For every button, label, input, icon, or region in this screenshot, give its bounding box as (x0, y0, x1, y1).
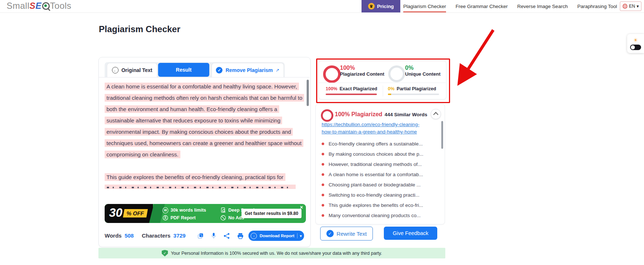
partial-label: Partial Plagiarized (397, 86, 436, 91)
partial-progress-bar (388, 94, 439, 95)
bullet-dot-icon (322, 173, 324, 176)
close-icon[interactable]: × (300, 204, 303, 210)
bullet-dot-icon (322, 214, 324, 217)
match-item[interactable]: This guide explores the benefits of eco-… (322, 200, 435, 210)
feature-words-limit: W 30k words limits (162, 207, 220, 213)
results-scrollbar-thumb[interactable] (441, 121, 443, 149)
site-logo[interactable]: SmallSETools (7, 1, 71, 11)
unique-donut-icon (388, 65, 405, 82)
words-label: Words (105, 232, 121, 239)
sun-icon: ☀ (633, 37, 638, 43)
matched-sentences-list: Eco-friendly cleaning offers a sustainab… (322, 139, 435, 220)
plagiarism-checker-page: SmallSETools ♛ Pricing Plagiarism Checke… (0, 0, 644, 265)
chevron-down-icon: ▾ (637, 4, 639, 9)
promo-banner[interactable]: 30 % OFF W 30k words limits Deep Search (105, 204, 306, 223)
language-code: EN (629, 4, 635, 9)
nav-links: Plagiarism Checker Free Grammar Checker … (403, 0, 639, 12)
language-selector[interactable]: EN ▾ (620, 1, 641, 11)
highlighted-text-line: traditional cleaning methods often rely … (105, 94, 306, 102)
clipped-text-line (105, 185, 306, 189)
match-item[interactable]: Eco-friendly cleaning offers a sustainab… (322, 139, 435, 149)
rewrite-text-label: Rewrite Text (337, 231, 367, 237)
nav-item-paraphrasing-tool[interactable]: Paraphrasing Tool (577, 0, 617, 12)
deep-search-icon (220, 207, 226, 213)
plagiarized-donut-icon (321, 109, 333, 122)
similar-results-card: 100% Plagiarized 444 Similar Words https… (315, 104, 445, 224)
words-limit-icon: W (162, 207, 168, 213)
bullet-dot-icon (322, 194, 324, 196)
share-icon[interactable] (224, 233, 230, 239)
match-item[interactable]: A clean home is essential for a comforta… (322, 169, 435, 179)
tab-result-label: Result (176, 67, 192, 73)
chevron-up-icon (433, 112, 438, 117)
source-url-link[interactable]: https://techbullion.com/eco-friendly-cle… (322, 121, 430, 136)
page-title: Plagiarism Checker (99, 24, 180, 34)
bullet-dot-icon (322, 143, 324, 145)
crown-icon: ♛ (368, 3, 375, 10)
match-item[interactable]: Switching to eco-friendly cleaning pract… (322, 190, 435, 200)
download-report-button[interactable]: ↓ Download Report ▾ (248, 231, 304, 241)
match-item[interactable]: However, traditional cleaning methods of… (322, 159, 435, 169)
editor-scrollbar-thumb[interactable] (307, 80, 309, 106)
highlighted-text-line: environmental impact. By making consciou… (105, 128, 306, 136)
tab-remove-plagiarism[interactable]: ✓ Remove Plagiarism ↗ (211, 63, 284, 77)
partial-percent: 0% (388, 86, 394, 91)
unique-percent: 0% (405, 65, 441, 71)
tab-original-label: Original Text (121, 67, 153, 73)
bullet-dot-icon (322, 204, 324, 207)
logo-letter-e: E (35, 1, 42, 11)
pdf-report-icon (162, 215, 168, 221)
shield-check-icon: ✓ (162, 250, 168, 257)
tab-original-text[interactable]: ← Original Text (107, 63, 157, 77)
promo-cta-button[interactable]: Get faster results in $9.80 (242, 209, 302, 218)
highlighted-text-line: This guide explores the benefits of eco-… (105, 173, 306, 181)
exact-label: Exact Plagiarized (340, 86, 377, 91)
unique-label: Unique Content (405, 71, 441, 77)
match-item[interactable]: Many conventional cleaning products co..… (322, 210, 435, 220)
privacy-notice-bar: ✓ Your Personal Information is 100% secu… (98, 248, 445, 258)
privacy-notice-text: Your Personal Information is 100% secure… (171, 251, 382, 256)
pricing-label: Pricing (377, 4, 394, 9)
globe-icon (622, 4, 628, 9)
bullet-dot-icon (322, 183, 324, 186)
check-circle-icon: ✓ (326, 230, 334, 237)
text-stats: Words 508 Characters 3729 (105, 232, 186, 239)
check-circle-icon: ✓ (216, 67, 222, 73)
score-divider (318, 83, 446, 83)
editor-tool-icons (198, 232, 244, 239)
highlighted-text-line: techniques used, homeowners can create a… (105, 139, 306, 147)
download-report-label: Download Report (259, 234, 294, 238)
plagiarized-percent: 100% (340, 65, 384, 71)
characters-label: Characters (142, 232, 170, 239)
discount-badge: 30 % OFF (105, 204, 153, 223)
nav-item-plagiarism-checker[interactable]: Plagiarism Checker (403, 0, 446, 12)
discount-value: 30 (109, 206, 123, 220)
tab-divider (99, 77, 310, 77)
print-icon[interactable] (237, 233, 244, 239)
score-divider-vertical (383, 86, 383, 96)
plagiarized-label: Plagiarized Content (340, 71, 384, 77)
tab-result[interactable]: Result (158, 63, 209, 77)
microphone-icon[interactable] (211, 232, 216, 239)
highlighted-text-line: compromising on cleanliness. (105, 151, 306, 159)
dark-mode-toggle[interactable] (630, 45, 641, 50)
highlighted-text-line: A clean home is essential for a comforta… (105, 83, 306, 91)
words-value: 508 (124, 232, 134, 239)
logo-text-prefix: Small (7, 1, 30, 11)
collapse-button[interactable] (431, 109, 441, 119)
external-link-icon: ↗ (276, 68, 280, 73)
exact-progress-bar (326, 94, 377, 95)
no-ads-icon (220, 215, 226, 221)
match-item[interactable]: By making conscious choices about the p.… (322, 149, 435, 159)
pricing-button[interactable]: ♛ Pricing (362, 0, 400, 12)
highlighted-text-line: both the environment and human health. E… (105, 105, 306, 113)
match-item[interactable]: Choosing plant-based or biodegradable ..… (322, 179, 435, 190)
result-text-area: A clean home is essential for a comforta… (105, 83, 306, 189)
copy-icon[interactable] (198, 233, 204, 239)
rewrite-text-button[interactable]: ✓ Rewrite Text (320, 227, 373, 241)
logo-letter-s: S (30, 1, 36, 11)
magnifier-icon (42, 2, 50, 10)
give-feedback-button[interactable]: Give Feedback (384, 227, 437, 240)
nav-item-reverse-image-search[interactable]: Reverse Image Search (517, 0, 568, 12)
nav-item-free-grammar-checker[interactable]: Free Grammar Checker (456, 0, 508, 12)
